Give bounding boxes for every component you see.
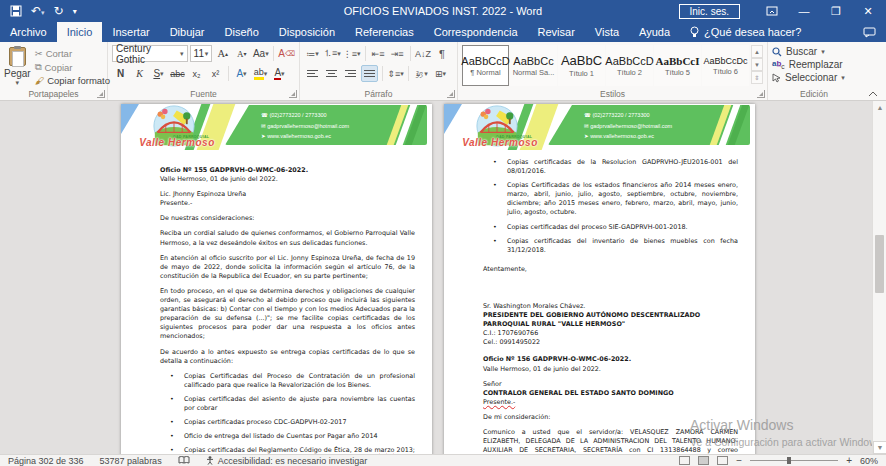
align-right-button[interactable] bbox=[342, 65, 359, 82]
zoom-slider-thumb[interactable] bbox=[787, 457, 791, 464]
undo-icon[interactable]: ↶▾ bbox=[31, 4, 45, 18]
bullets-button[interactable]: ≔▾ bbox=[304, 45, 321, 62]
signer-title2: PARROQUIAL RURAL "VALLE HERMOSO" bbox=[483, 320, 738, 329]
clear-formatting-button[interactable]: A⌫ bbox=[278, 45, 295, 62]
tab-correspondencia[interactable]: Correspondencia bbox=[424, 22, 528, 42]
tab-diseno[interactable]: Diseño bbox=[215, 22, 269, 42]
format-painter-button[interactable]: 🖌︎Copiar formato bbox=[35, 75, 110, 86]
letterhead-banner: ☎ (02)2773220 / 2773300 ✉ gadprvalleherm… bbox=[225, 105, 427, 145]
tab-referencias[interactable]: Referencias bbox=[345, 22, 424, 42]
italic-button[interactable]: K bbox=[131, 65, 148, 82]
minimize-button[interactable]: — bbox=[790, 2, 818, 20]
style-card-normal-sa[interactable]: AaBbCc Normal Sa... bbox=[510, 45, 557, 86]
numbering-button[interactable]: ⒈≡▾ bbox=[323, 45, 341, 62]
show-marks-button[interactable]: ¶ bbox=[434, 45, 451, 62]
redo-icon[interactable]: ↻ bbox=[54, 4, 64, 18]
styles-dialog-launcher-icon[interactable] bbox=[757, 90, 765, 98]
zoom-slider[interactable] bbox=[750, 460, 838, 461]
addressee0: Señor bbox=[483, 380, 738, 389]
justify-button[interactable] bbox=[361, 65, 378, 82]
document-page-2[interactable]: ☎ (02)2773220 / 2773300 ✉ gadprvalleherm… bbox=[444, 104, 755, 454]
ribbon-display-options-icon[interactable] bbox=[758, 2, 786, 20]
styles-more-icon[interactable]: ⇳ bbox=[751, 71, 763, 84]
view-print-layout-icon[interactable] bbox=[698, 456, 709, 465]
replace-button[interactable]: ab̲c Reemplazar bbox=[772, 59, 856, 70]
zoom-level[interactable]: 60% bbox=[860, 456, 878, 466]
closing: Atentamente, bbox=[483, 265, 738, 274]
tab-disposicion[interactable]: Disposición bbox=[269, 22, 345, 42]
line-spacing-button[interactable]: ⇕≡▾ bbox=[387, 65, 404, 82]
underline-button[interactable]: S▾ bbox=[150, 65, 167, 82]
paste-button[interactable]: Pegar ▾ bbox=[4, 45, 31, 87]
tab-revisar[interactable]: Revisar bbox=[528, 22, 585, 42]
font-name-select[interactable]: Century Gothic▾ bbox=[112, 45, 188, 62]
document-page-1[interactable]: ☎ (02)2773220 / 2773300 ✉ gadprvalleherm… bbox=[121, 104, 432, 454]
comments-icon[interactable] bbox=[863, 27, 876, 38]
style-card-titulo2[interactable]: AaBbCcD Título 2 bbox=[606, 45, 653, 86]
font-dialog-launcher-icon[interactable] bbox=[289, 90, 297, 98]
highlight-button[interactable]: ab▾ bbox=[252, 65, 269, 82]
tellme-box[interactable]: ¿Qué desea hacer? bbox=[680, 22, 811, 42]
tab-insertar[interactable]: Insertar bbox=[102, 22, 159, 42]
vertical-scrollbar[interactable]: ▲ ▼ bbox=[872, 101, 886, 454]
group-label-fuente: Fuente bbox=[108, 89, 299, 99]
style-card-titulo1[interactable]: AaBbC Título 1 bbox=[558, 45, 605, 86]
title-bar: ↶▾ ↻ ▾ OFICIOS ENVIADOS INST. 2022 - Wor… bbox=[0, 0, 886, 22]
tab-archivo[interactable]: Archivo bbox=[0, 22, 57, 42]
font-color-button[interactable]: A▾ bbox=[271, 65, 288, 82]
zoom-in-icon[interactable]: + bbox=[846, 455, 852, 466]
styles-scroll-down-icon[interactable]: ▼ bbox=[751, 58, 763, 71]
decrease-indent-button[interactable]: ⇤≡ bbox=[370, 45, 387, 62]
list-item: Oficio de entrega del listado de Cuentas… bbox=[160, 432, 415, 441]
clipboard-dialog-launcher-icon[interactable] bbox=[97, 90, 105, 98]
view-read-mode-icon[interactable] bbox=[679, 456, 690, 465]
word-count[interactable]: 53787 palabras bbox=[100, 456, 162, 466]
shading-button[interactable]: 🝳▾ bbox=[413, 65, 430, 82]
bold-button[interactable]: N bbox=[112, 65, 129, 82]
style-card-titulo6[interactable]: AaBbCcDc Título 6 bbox=[702, 45, 749, 86]
save-icon[interactable] bbox=[10, 5, 22, 17]
list-item: Copias certificadas del proceso SIE-GADP… bbox=[483, 223, 738, 232]
paragraph: Comunico a usted que el servidor/a: VELA… bbox=[483, 428, 738, 454]
grow-font-button[interactable]: A▴ bbox=[214, 45, 231, 62]
sort-button[interactable]: A↓Z bbox=[415, 45, 432, 62]
page-indicator[interactable]: Página 302 de 336 bbox=[8, 456, 84, 466]
select-button[interactable]: Seleccionar▾ bbox=[772, 72, 856, 83]
text-effects-button[interactable]: A▾ bbox=[233, 65, 250, 82]
close-button[interactable]: ✕ bbox=[854, 2, 882, 20]
zoom-out-icon[interactable]: − bbox=[736, 455, 742, 466]
multilevel-list-button[interactable]: ⋮≡▾ bbox=[343, 45, 361, 62]
strikethrough-button[interactable]: abc bbox=[169, 65, 186, 82]
proofing-icon[interactable] bbox=[178, 456, 190, 465]
scroll-up-icon[interactable]: ▲ bbox=[873, 101, 886, 114]
scroll-down-icon[interactable]: ▼ bbox=[873, 441, 886, 454]
change-case-button[interactable]: Aa▾ bbox=[252, 45, 269, 62]
accessibility-status[interactable]: Accesibilidad: es necesario investigar bbox=[206, 456, 368, 466]
cut-button[interactable]: ✂Cortar bbox=[35, 48, 110, 59]
copy-button[interactable]: ⧉Copiar bbox=[35, 61, 110, 73]
signin-button[interactable]: Inic. ses. bbox=[679, 4, 740, 19]
align-left-button[interactable] bbox=[304, 65, 321, 82]
superscript-button[interactable]: x² bbox=[207, 65, 224, 82]
tab-ayuda[interactable]: Ayuda bbox=[629, 22, 680, 42]
view-web-layout-icon[interactable] bbox=[717, 456, 728, 465]
collapse-ribbon-icon[interactable] bbox=[868, 91, 878, 97]
tab-vista[interactable]: Vista bbox=[585, 22, 629, 42]
style-card-normal[interactable]: AaBbCcD ¶ Normal bbox=[462, 45, 509, 86]
shrink-font-button[interactable]: A▾ bbox=[233, 45, 250, 62]
subscript-button[interactable]: x₂ bbox=[188, 65, 205, 82]
addressee: Lic. Jhonny Espinoza Ureña bbox=[160, 190, 415, 199]
tab-inicio[interactable]: Inicio bbox=[57, 22, 103, 42]
style-card-titulo5[interactable]: AaBbCcI Título 5 bbox=[654, 45, 701, 86]
align-center-button[interactable] bbox=[323, 65, 340, 82]
styles-scroll-up-icon[interactable]: ▲ bbox=[751, 45, 763, 58]
tab-dibujar[interactable]: Dibujar bbox=[160, 22, 215, 42]
borders-button[interactable]: ⊞▾ bbox=[432, 65, 449, 82]
qat-customize-icon[interactable]: ▾ bbox=[73, 7, 77, 16]
scrollbar-thumb[interactable] bbox=[875, 235, 884, 293]
increase-indent-button[interactable]: ⇥≡ bbox=[389, 45, 406, 62]
font-size-select[interactable]: 11▾ bbox=[190, 45, 213, 62]
restore-button[interactable]: ❐ bbox=[822, 2, 850, 20]
find-button[interactable]: Buscar▾ bbox=[772, 46, 856, 57]
paragraph-dialog-launcher-icon[interactable] bbox=[447, 90, 455, 98]
